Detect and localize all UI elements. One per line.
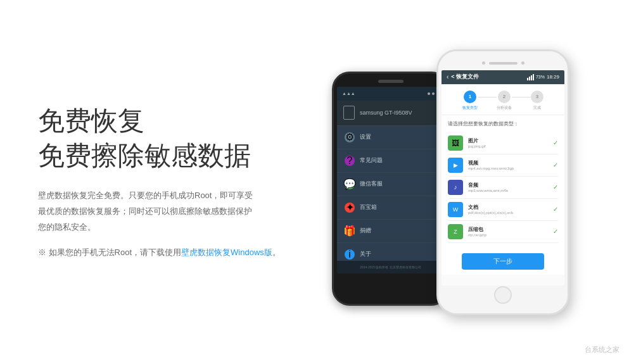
next-button[interactable]: 下一步 bbox=[462, 253, 544, 270]
zip-check: ✓ bbox=[553, 228, 558, 235]
video-info: 视频 mp4,avi,mpg,mov,wmv,3gp bbox=[468, 160, 553, 170]
doc-type-icon: W bbox=[448, 202, 463, 217]
video-type-icon: ▶ bbox=[448, 158, 463, 173]
white-phone-bottom bbox=[438, 286, 568, 304]
phone-dot-1 bbox=[482, 61, 485, 65]
audio-type-icon: ♪ bbox=[448, 180, 463, 195]
windows-link[interactable]: 壁虎数据恢复Windows版 bbox=[181, 248, 272, 257]
zip-info: 压缩包 zip,rar,gzip bbox=[468, 226, 553, 237]
wechat-icon: 💬 bbox=[345, 179, 355, 189]
menu-item-faq[interactable]: ? 常见问题 bbox=[337, 149, 444, 173]
menu-item-donate[interactable]: 🎁 捐赠 bbox=[337, 220, 444, 243]
video-check: ✓ bbox=[553, 161, 558, 168]
footer-text: 2014-2015 版权所有 北京壁虎科技有限公司 bbox=[360, 265, 421, 269]
step-circle-3: 3 bbox=[531, 91, 543, 103]
step-circle-2: 2 bbox=[498, 91, 511, 103]
phone-dot-2 bbox=[521, 61, 524, 65]
menu-item-wechat[interactable]: 💬 微信客服 bbox=[337, 173, 444, 196]
zip-type-icon: Z bbox=[448, 224, 463, 239]
file-type-image[interactable]: 🖼 图片 jpg,png,gif ✓ bbox=[448, 132, 558, 154]
signal-bar-icon bbox=[527, 74, 534, 80]
status-time: 18:29 bbox=[547, 74, 559, 80]
gift-icon: 🎁 bbox=[345, 226, 355, 236]
phone-white: ‹ < 恢复文件 73% 18:29 bbox=[436, 49, 569, 315]
question-icon: ? bbox=[345, 156, 355, 166]
image-info: 图片 jpg,png,gif bbox=[468, 137, 553, 148]
left-content: 免费恢复 免费擦除敏感数据 壁虎数据恢复完全免费。只要您的手机成功Root，即可… bbox=[38, 104, 304, 260]
step-1: 1 恢复类型 bbox=[462, 91, 478, 111]
white-screen: ‹ < 恢复文件 73% 18:29 bbox=[442, 70, 564, 286]
step-line-2 bbox=[512, 97, 531, 97]
file-type-video[interactable]: ▶ 视频 mp4,avi,mpg,mov,wmv,3gp ✓ bbox=[448, 154, 558, 177]
dark-phone-footer: 2014-2015 版权所有 北京壁虎科技有限公司 bbox=[337, 261, 444, 273]
zip-name: 压缩包 bbox=[468, 226, 553, 233]
dark-screen: ▲▲▲ samsung GT-I9508V ⚙ 设置 bbox=[337, 87, 444, 273]
image-type-icon: 🖼 bbox=[448, 135, 463, 151]
menu-label-wechat: 微信客服 bbox=[360, 180, 383, 188]
video-name: 视频 bbox=[468, 160, 553, 166]
video-ext: mp4,avi,mpg,mov,wmv,3gp bbox=[468, 166, 553, 170]
dark-status-bar: ▲▲▲ bbox=[337, 87, 444, 101]
zip-ext: zip,rar,gzip bbox=[468, 233, 553, 237]
step-circle-1: 1 bbox=[464, 91, 476, 103]
phones-wrapper: ▲▲▲ samsung GT-I9508V ⚙ 设置 bbox=[304, 25, 597, 339]
gear-icon: ⚙ bbox=[345, 132, 355, 142]
battery-text: 73% bbox=[536, 75, 545, 79]
menu-item-toolbox[interactable]: ✦ 百宝箱 bbox=[337, 196, 444, 220]
home-button[interactable] bbox=[494, 286, 512, 304]
white-phone-top bbox=[438, 51, 568, 70]
audio-name: 音频 bbox=[468, 182, 553, 189]
watermark: 台系统之家 bbox=[585, 345, 619, 355]
doc-ext: pdf,doc(x),ppt(x),xls(x),snb bbox=[468, 211, 553, 215]
step-label-1: 恢复类型 bbox=[462, 105, 478, 111]
step-line-1 bbox=[478, 97, 497, 97]
white-status-title: < 恢复文件 bbox=[451, 73, 479, 81]
white-status-left: ‹ < 恢复文件 bbox=[447, 73, 479, 81]
dark-menu-list: ⚙ 设置 ? 常见问题 💬 微信客服 ✦ 百宝箱 bbox=[337, 126, 444, 267]
white-content: 请选择您想要恢复的数据类型： 🖼 图片 jpg,png,gif ✓ ▶ bbox=[442, 115, 564, 248]
doc-name: 文档 bbox=[468, 204, 553, 211]
step-3: 3 完成 bbox=[531, 91, 543, 111]
description: 壁虎数据恢复完全免费。只要您的手机成功Root，即可享受最优质的数据恢复服务；同… bbox=[38, 188, 253, 235]
step-label-3: 完成 bbox=[533, 105, 541, 111]
image-name: 图片 bbox=[468, 137, 553, 144]
info-icon: i bbox=[345, 249, 355, 260]
audio-info: 音频 mp3,wav,wma,amr,m4a bbox=[468, 182, 553, 192]
back-arrow-icon: ‹ bbox=[447, 73, 448, 80]
menu-label-faq: 常见问题 bbox=[360, 156, 383, 165]
file-type-audio[interactable]: ♪ 音频 mp3,wav,wma,amr,m4a ✓ bbox=[448, 177, 558, 199]
doc-check: ✓ bbox=[553, 206, 558, 213]
device-icon bbox=[343, 106, 355, 120]
audio-ext: mp3,wav,wma,amr,m4a bbox=[468, 189, 553, 192]
file-type-doc[interactable]: W 文档 pdf,doc(x),ppt(x),xls(x),snb ✓ bbox=[448, 199, 558, 221]
main-title: 免费恢复 免费擦除敏感数据 bbox=[38, 104, 291, 173]
image-ext: jpg,png,gif bbox=[468, 144, 553, 148]
status-dot-1 bbox=[428, 92, 430, 95]
menu-label-settings: 设置 bbox=[360, 133, 371, 141]
menu-label-donate: 捐赠 bbox=[360, 227, 371, 235]
toolbox-icon: ✦ bbox=[345, 203, 355, 213]
device-row: samsung GT-I9508V bbox=[337, 101, 444, 126]
status-dot-2 bbox=[432, 92, 435, 95]
menu-item-settings[interactable]: ⚙ 设置 bbox=[337, 126, 444, 149]
phone-dark: ▲▲▲ samsung GT-I9508V ⚙ 设置 bbox=[332, 72, 449, 306]
step-2: 2 分析设备 bbox=[497, 91, 512, 111]
white-speaker bbox=[489, 62, 518, 65]
file-type-zip[interactable]: Z 压缩包 zip,rar,gzip ✓ bbox=[448, 221, 558, 243]
content-title: 请选择您想要恢复的数据类型： bbox=[448, 120, 558, 127]
steps-bar: 1 恢复类型 2 分析设备 3 完成 bbox=[442, 84, 564, 115]
audio-check: ✓ bbox=[553, 184, 558, 191]
doc-info: 文档 pdf,doc(x),ppt(x),xls(x),snb bbox=[468, 204, 553, 215]
step-label-2: 分析设备 bbox=[497, 105, 512, 111]
next-button-container: 下一步 bbox=[442, 248, 564, 275]
page-wrapper: 免费恢复 免费擦除敏感数据 壁虎数据恢复完全免费。只要您的手机成功Root，即可… bbox=[0, 0, 629, 364]
white-status-bar: ‹ < 恢复文件 73% 18:29 bbox=[442, 70, 564, 84]
dark-status-signal: ▲▲▲ bbox=[342, 91, 355, 96]
menu-label-about: 关于 bbox=[360, 250, 371, 258]
dark-speaker bbox=[378, 80, 403, 83]
menu-label-toolbox: 百宝箱 bbox=[360, 203, 377, 211]
image-check: ✓ bbox=[553, 139, 558, 146]
device-name: samsung GT-I9508V bbox=[360, 110, 412, 116]
white-status-right: 73% 18:29 bbox=[527, 74, 559, 80]
note: ※ 如果您的手机无法Root，请下载使用壁虎数据恢复Windows版。 bbox=[38, 245, 291, 260]
